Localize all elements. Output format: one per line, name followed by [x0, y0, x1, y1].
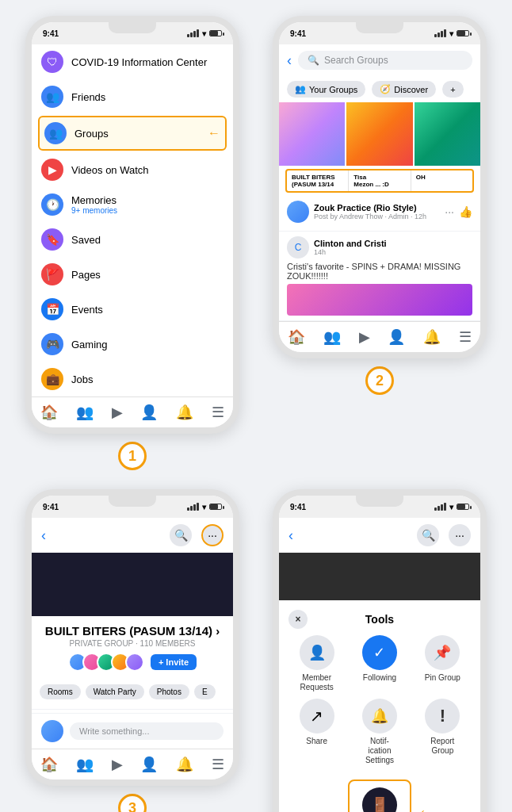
phone-3: 9:41 ▾ ‹ 🔍 ··· BUILT BITERS: [25, 489, 239, 786]
tool-following[interactable]: ✓ Following: [351, 635, 407, 692]
menu-item-videos[interactable]: ▶ Videos on Watch: [32, 152, 233, 187]
group-cell-2[interactable]: TisaMezon ... :D: [349, 170, 411, 191]
status-icons-2: ▾: [434, 29, 469, 38]
group-sub-3: PRIVATE GROUP · 110 MEMBERS: [41, 639, 224, 648]
pin-group-label: Pin Group: [425, 673, 460, 683]
zouk-image: [287, 284, 472, 316]
highlighted-groups-row: BUILT BITERS(PASUM 13/14 TisaMezon ... :…: [285, 169, 474, 193]
tool-report-group[interactable]: ! ReportGroup: [415, 699, 471, 765]
nav-video[interactable]: ▶: [112, 404, 123, 421]
tool-notification-settings[interactable]: 🔔 Notif-icationSettings: [351, 699, 407, 765]
post-1-avatar: [287, 201, 309, 223]
post-1-dots[interactable]: ···: [445, 205, 454, 218]
notch-bump-4: [356, 496, 403, 507]
menu-item-groups[interactable]: 👥 Groups ←: [38, 116, 227, 151]
nav-bell-2[interactable]: 🔔: [423, 328, 441, 346]
invite-button[interactable]: + Invite: [151, 654, 197, 670]
report-icon: !: [425, 699, 460, 733]
menu-item-events[interactable]: 📅 Events: [32, 292, 233, 327]
tool-pin-group[interactable]: 📌 Pin Group: [415, 635, 471, 692]
nav-video-3[interactable]: ▶: [112, 756, 123, 773]
tools-title: Tools: [365, 613, 394, 626]
tab-your-groups[interactable]: 👥 Your Groups: [287, 81, 365, 98]
leave-group-button[interactable]: 🚪 LeaveGroup: [348, 779, 411, 812]
nav-home[interactable]: 🏠: [40, 404, 58, 421]
tab-photos[interactable]: Photos: [149, 684, 189, 699]
jobs-icon: 💼: [41, 368, 63, 390]
group-cell-3[interactable]: OH: [411, 170, 472, 191]
menu-item-jobs[interactable]: 💼 Jobs: [32, 362, 233, 396]
more-button-4[interactable]: ···: [449, 524, 471, 546]
more-button-3[interactable]: ···: [201, 524, 224, 546]
back-button-2[interactable]: ‹: [287, 52, 292, 69]
member-avatars-3: + Invite: [41, 653, 224, 672]
tab-rooms[interactable]: Rooms: [40, 684, 81, 699]
back-button-3[interactable]: ‹: [41, 527, 46, 544]
nav-bell-3[interactable]: 🔔: [176, 756, 193, 773]
nav-video-2[interactable]: ▶: [359, 328, 370, 346]
menu-item-saved[interactable]: 🔖 Saved: [32, 222, 233, 257]
phone-1-notch: 9:41 ▾: [32, 22, 233, 44]
nav-home-2[interactable]: 🏠: [288, 328, 305, 346]
leave-row: 🚪 LeaveGroup ←: [288, 772, 471, 812]
nav-profile-2[interactable]: 👤: [388, 328, 405, 346]
phone-2: 9:41 ▾ ‹ 🔍 Search Groups: [273, 16, 487, 358]
phone-1-wrap: 9:41 ▾ 🛡 COVID-19 Information Center: [18, 16, 246, 470]
battery-icon-3: [209, 504, 222, 510]
nav-people-2[interactable]: 👥: [323, 328, 341, 346]
tab-plus[interactable]: +: [442, 81, 463, 98]
search-bar-2[interactable]: 🔍 Search Groups: [298, 51, 472, 70]
member-requests-label: MemberRequests: [300, 673, 334, 692]
battery-icon-4: [457, 504, 469, 510]
notch-bump: [109, 22, 156, 33]
friends-label: Friends: [71, 91, 105, 103]
tab-your-groups-icon: 👥: [295, 84, 306, 94]
nav-profile-3[interactable]: 👤: [140, 756, 158, 773]
group-cell-1[interactable]: BUILT BITERS(PASUM 13/14: [287, 170, 349, 191]
back-button-4[interactable]: ‹: [288, 527, 293, 544]
search-button-4[interactable]: 🔍: [417, 524, 439, 546]
write-input-3[interactable]: Write something...: [70, 722, 224, 740]
phone-3-time: 9:41: [43, 503, 59, 511]
post-2-avatar: C: [287, 236, 309, 259]
nav-menu-2[interactable]: ☰: [459, 328, 472, 346]
signal-icon-2: [434, 29, 446, 37]
tab-more[interactable]: E: [194, 684, 216, 699]
thumb-up-icon[interactable]: 👍: [459, 205, 472, 218]
tools-sheet: × Tools 👤 MemberRequests ✓ Following: [279, 603, 480, 812]
menu-item-gaming[interactable]: 🎮 Gaming: [32, 327, 233, 362]
nav-home-3[interactable]: 🏠: [40, 756, 58, 773]
tab-discover[interactable]: 🧭 Discover: [372, 81, 436, 98]
nav-bell[interactable]: 🔔: [176, 404, 193, 421]
search-button-3[interactable]: 🔍: [170, 524, 192, 546]
phone-3-header: ‹ 🔍 ···: [32, 518, 233, 553]
tab-plus-label: +: [450, 85, 455, 94]
menu-item-memories[interactable]: 🕐 Memories 9+ memories: [32, 187, 233, 222]
post-1: Zouk Practice (Rio Style) Post by Andrew…: [279, 196, 480, 232]
member-avatar-5: [125, 653, 144, 672]
phone-3-notch: 9:41 ▾: [32, 496, 233, 518]
group-cover-4: [279, 553, 480, 600]
tool-share[interactable]: ↗ Share: [288, 699, 345, 765]
nav-menu[interactable]: ☰: [212, 404, 224, 421]
menu-item-pages[interactable]: 🚩 Pages: [32, 257, 233, 292]
close-tools-button[interactable]: ×: [288, 610, 308, 629]
group-cover-3: [32, 553, 233, 616]
events-icon: 📅: [41, 298, 63, 320]
post-2-text: Cristi's favorite - SPINS + DRAMA! MISSI…: [287, 262, 472, 281]
leave-group-icon: 🚪: [362, 787, 397, 812]
battery-icon-2: [457, 30, 469, 36]
following-icon: ✓: [362, 635, 397, 670]
nav-people-3[interactable]: 👥: [76, 756, 94, 773]
banner-img-3: [415, 102, 480, 166]
menu-item-covid[interactable]: 🛡 COVID-19 Information Center: [32, 44, 233, 79]
tab-watch-party[interactable]: Watch Party: [86, 684, 144, 699]
tool-member-requests[interactable]: 👤 MemberRequests: [288, 635, 345, 692]
nav-menu-3[interactable]: ☰: [212, 756, 224, 773]
pin-group-icon: 📌: [425, 635, 460, 670]
search-placeholder-2: Search Groups: [324, 55, 388, 66]
menu-item-friends[interactable]: 👥 Friends: [32, 79, 233, 114]
nav-people[interactable]: 👥: [76, 404, 94, 421]
phone-1: 9:41 ▾ 🛡 COVID-19 Information Center: [25, 16, 239, 434]
nav-profile[interactable]: 👤: [140, 404, 158, 421]
